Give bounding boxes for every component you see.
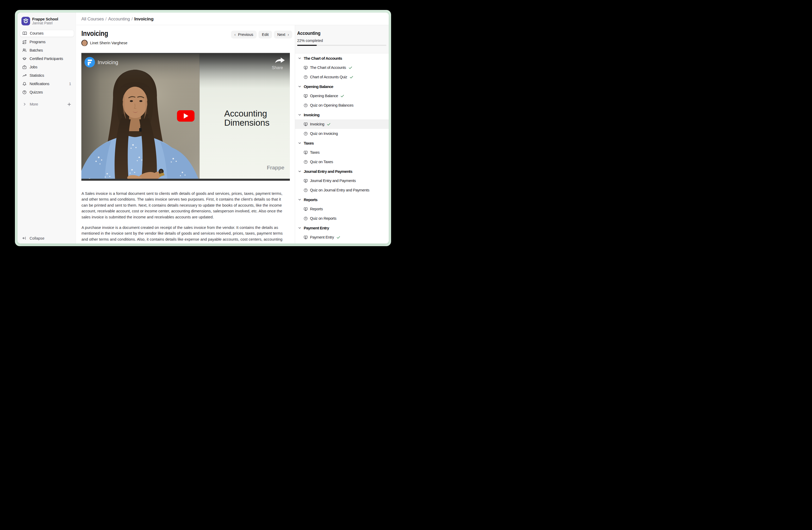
svg-text:Invoicing: Invoicing xyxy=(98,59,118,65)
svg-text:Share: Share xyxy=(272,66,283,70)
svg-text:Accounting: Accounting xyxy=(224,109,267,118)
svg-text:Dimensions: Dimensions xyxy=(224,118,270,127)
svg-text:Frappe: Frappe xyxy=(267,165,284,170)
